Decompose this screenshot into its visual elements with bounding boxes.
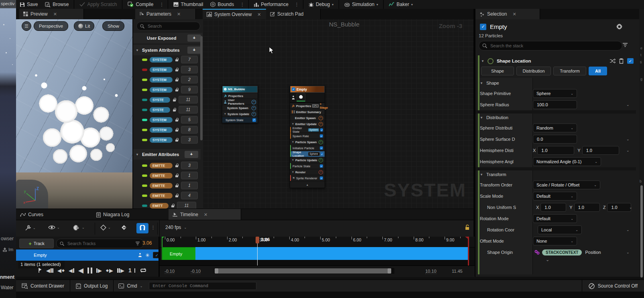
module-header-shape-location[interactable]: ▼ Shape Location ✓ xyxy=(481,56,634,66)
chevron-down-icon[interactable]: ▼ xyxy=(480,173,483,176)
curve-tools-button[interactable]: ⌄ xyxy=(25,225,36,231)
parameter-row[interactable]: SYSTEM3 xyxy=(133,65,201,75)
parameter-row[interactable]: EMITTE3 xyxy=(133,160,201,170)
module-enabled-checkbox[interactable]: ✓ xyxy=(320,128,323,132)
debug-button[interactable]: Debug▾ xyxy=(305,0,337,9)
module-enabled-checkbox[interactable]: ✓ xyxy=(320,164,323,168)
bounds-options-button[interactable]: ⋮ xyxy=(238,2,247,7)
node-row-initialize-particle[interactable]: Initialize Particle ✓ xyxy=(290,145,325,151)
add-stage-button[interactable]: + Stage xyxy=(320,102,328,109)
add-track-button[interactable]: + Track xyxy=(19,239,54,248)
tab-curves[interactable]: Curves xyxy=(16,209,84,220)
emitter-loop-bar-blue[interactable] xyxy=(195,247,468,260)
parameter-row[interactable]: SYSTEM2 xyxy=(133,75,201,85)
expand-chevron-icon[interactable]: ⌄ xyxy=(626,228,630,232)
scale-x-input[interactable]: 1.0 xyxy=(540,203,566,212)
add-module-icon[interactable]: + xyxy=(319,158,323,162)
close-icon[interactable]: ✕ xyxy=(257,12,261,17)
node-row-properties[interactable]: Properties CPU + Stage xyxy=(290,103,325,109)
shape-primitive-dropdown[interactable]: Sphere⌄ xyxy=(533,89,577,98)
add-module-icon[interactable]: + xyxy=(319,170,323,174)
chevron-down-icon[interactable]: ▼ xyxy=(292,141,294,143)
sphere-distribution-dropdown[interactable]: Random⌄ xyxy=(533,124,577,132)
browse-button[interactable]: Browse xyxy=(41,0,72,9)
play-reverse-button[interactable]: ◀ xyxy=(78,266,83,275)
emitter-enabled-checkbox[interactable]: ✓ xyxy=(480,24,486,30)
shuffle-icon[interactable] xyxy=(609,59,616,63)
snap-options-button[interactable]: ⋮ xyxy=(151,225,155,230)
gear-icon[interactable] xyxy=(616,23,623,30)
node-row-emitter-state[interactable]: Emitter State System ✓ xyxy=(290,127,325,133)
burst-icon[interactable]: ✳ xyxy=(145,252,150,258)
filter-tab-transform[interactable]: Transform xyxy=(553,67,586,75)
cmd-dropdown[interactable]: Cmd⌄ xyxy=(114,280,147,292)
filter-tab-all[interactable]: All xyxy=(589,67,607,75)
chevron-down-icon[interactable]: ▼ xyxy=(481,59,484,63)
playback-options-button[interactable]: ⌄ xyxy=(73,224,85,231)
module-enabled-checkbox[interactable]: ✓ xyxy=(627,58,634,64)
node-row-spawn-rate[interactable]: Spawn Rate ✓ xyxy=(290,133,325,139)
emitter-node[interactable]: ✓ Empty Properties CPU + Stage Emitter S… xyxy=(290,85,325,188)
apply-scratch-button[interactable]: Apply Scratch xyxy=(76,0,120,9)
add-module-icon[interactable]: + xyxy=(252,100,256,104)
parameter-name-pill[interactable]: EMITTE xyxy=(150,183,173,189)
system-node-header[interactable]: NS_Bubble xyxy=(222,86,258,93)
add-parameter-button[interactable]: + xyxy=(187,47,201,54)
section-distribution[interactable]: ▼Distribution xyxy=(480,114,635,121)
parameter-row[interactable]: SYSTEM8 xyxy=(133,125,201,135)
system-node[interactable]: NS_Bubble Properties User Parameters + S… xyxy=(222,85,258,123)
offset-mode-dropdown[interactable]: None⌄ xyxy=(533,237,577,245)
selection-collapse-chevron[interactable]: ⌄ xyxy=(546,257,549,262)
parameter-name-pill[interactable]: SYSTEM xyxy=(150,77,173,83)
section-shape[interactable]: ▼Shape xyxy=(480,79,635,87)
playhead-marker[interactable] xyxy=(256,237,259,243)
parameter-name-pill[interactable]: EMITT xyxy=(150,203,169,209)
parameter-name-pill[interactable]: SYSTEM xyxy=(150,67,173,73)
node-row-particle-state[interactable]: Particle State ✓ xyxy=(290,163,325,169)
step-back-button[interactable]: ◀ xyxy=(69,268,74,274)
goto-front-button[interactable] xyxy=(38,268,42,273)
parameter-name-pill[interactable]: SYSTE xyxy=(150,107,170,113)
close-icon[interactable]: ✕ xyxy=(204,212,207,217)
section-transform[interactable]: ▼Transform xyxy=(480,171,635,178)
prev-key-button[interactable]: ◀◆ xyxy=(57,268,65,274)
viewport-perspective-button[interactable]: Perspective xyxy=(34,21,68,31)
parameter-row[interactable]: SYSTEM3 xyxy=(133,135,201,145)
scale-y-input[interactable]: 1.0 xyxy=(574,203,600,212)
viewport-lit-button[interactable]: Lit xyxy=(74,21,94,31)
parameter-row[interactable]: EMITTE1 xyxy=(133,170,201,180)
tab-preview[interactable]: Preview✕ xyxy=(19,9,84,19)
module-enabled-checkbox[interactable]: ✓ xyxy=(252,118,256,122)
view-end-value[interactable]: 10.10 xyxy=(425,269,437,274)
parameter-row[interactable]: SYSTEM7 xyxy=(133,55,201,65)
expand-chevron-icon[interactable]: ⌄ xyxy=(626,148,630,152)
view-options-button[interactable]: ⌄ xyxy=(48,225,60,230)
performance-options-button[interactable]: ⋮ xyxy=(292,2,301,7)
tab-system-overview[interactable]: System Overview✕ xyxy=(203,9,273,19)
timeline-scrollbar[interactable] xyxy=(214,268,394,274)
source-control-button[interactable]: Source Control Off xyxy=(582,280,644,292)
node-collapse-button[interactable]: ▴ xyxy=(290,181,325,188)
parameter-name-pill[interactable]: SYSTEM xyxy=(150,137,173,143)
tab-parameters[interactable]: Parameters✕ xyxy=(135,9,196,19)
step-back-frame-button[interactable]: ◀ xyxy=(46,268,53,274)
track-row-empty[interactable]: Empty ✳ ✓ xyxy=(16,249,163,261)
timeline-ruler[interactable]: 0.00 1.00 2.00 3.00 4.00 5.00 6.00 7.00 … xyxy=(160,237,475,247)
emitter-thumbnail[interactable] xyxy=(297,93,305,101)
parameter-name-pill[interactable]: SYSTEM xyxy=(150,87,173,93)
range-end-value[interactable]: 11.45 xyxy=(452,269,463,274)
node-row-shape-location[interactable]: Shape Location Sphere ✓ xyxy=(290,151,325,157)
add-parameter-button[interactable]: + xyxy=(185,151,198,158)
compile-button[interactable]: Compile xyxy=(124,0,157,9)
parameter-name-pill[interactable]: SYSTE xyxy=(150,97,170,103)
add-module-icon[interactable]: + xyxy=(252,106,256,110)
viewport-show-button[interactable]: Show xyxy=(102,21,124,31)
sphere-radius-input[interactable]: 100.0 xyxy=(533,100,577,109)
node-row-emitter-update[interactable]: ▼ Emitter Update + xyxy=(290,121,325,127)
parameter-row[interactable]: EMITTE4 xyxy=(133,191,201,201)
node-row-user-parameters[interactable]: User Parameters + xyxy=(222,99,258,105)
emitter-node-header[interactable]: ✓ Empty xyxy=(290,86,325,93)
save-button[interactable]: Save xyxy=(16,0,41,9)
stack-search-input[interactable] xyxy=(490,43,619,49)
parameter-row[interactable]: EMITTE1 xyxy=(133,180,201,191)
